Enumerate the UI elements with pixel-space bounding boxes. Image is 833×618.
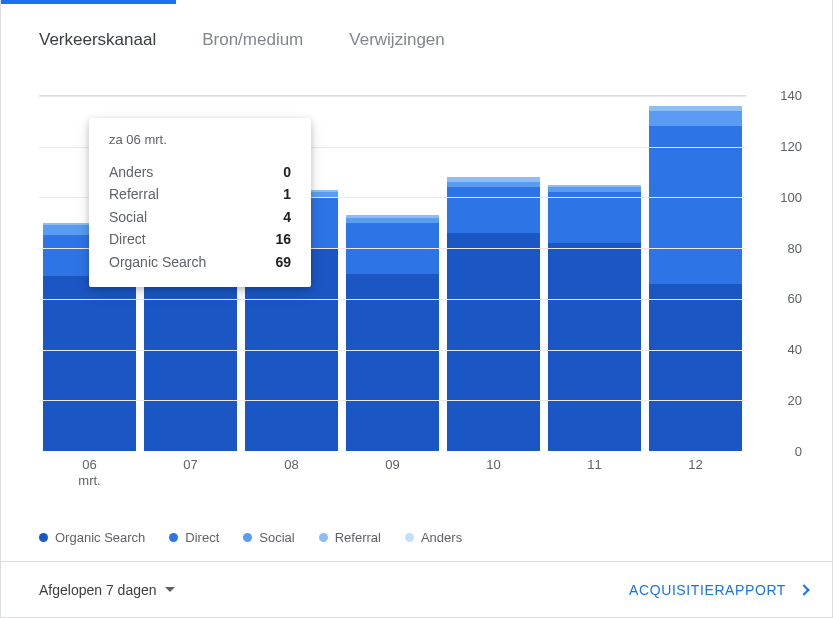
legend-item: Direct bbox=[169, 530, 219, 545]
x-tick: 06 mrt. bbox=[78, 457, 100, 490]
x-tick: 11 bbox=[587, 457, 601, 473]
chevron-right-icon bbox=[798, 584, 809, 595]
bar-column[interactable] bbox=[447, 96, 540, 451]
tooltip-value: 69 bbox=[267, 251, 291, 273]
report-link-label: ACQUISITIERAPPORT bbox=[629, 582, 786, 598]
legend-item: Referral bbox=[319, 530, 381, 545]
bar-column[interactable] bbox=[649, 96, 742, 451]
legend-label: Direct bbox=[185, 530, 219, 545]
tooltip-row: Organic Search69 bbox=[109, 251, 291, 273]
tooltip-row: Anders0 bbox=[109, 161, 291, 183]
report-link[interactable]: ACQUISITIERAPPORT bbox=[629, 582, 808, 598]
tooltip-value: 16 bbox=[267, 228, 291, 250]
bar-segment bbox=[346, 274, 439, 452]
bar-segment bbox=[548, 185, 641, 188]
x-tick: 07 bbox=[183, 457, 197, 473]
legend-swatch bbox=[169, 533, 178, 542]
bar-column[interactable] bbox=[548, 96, 641, 451]
y-tick: 0 bbox=[750, 444, 802, 459]
chart-tooltip: za 06 mrt. Anders0 Referral1 Social4 Dir… bbox=[89, 118, 311, 287]
y-tick: 40 bbox=[750, 342, 802, 357]
tooltip-label: Organic Search bbox=[109, 251, 206, 273]
legend-label: Organic Search bbox=[55, 530, 145, 545]
card-footer: Afgelopen 7 dagen ACQUISITIERAPPORT bbox=[1, 561, 832, 617]
bar-segment bbox=[649, 284, 742, 451]
tooltip-row: Social4 bbox=[109, 206, 291, 228]
tooltip-row: Referral1 bbox=[109, 183, 291, 205]
active-tab-indicator bbox=[1, 0, 176, 4]
bar-segment bbox=[43, 276, 136, 451]
bar-segment bbox=[447, 177, 540, 182]
legend-label: Referral bbox=[335, 530, 381, 545]
legend-item: Organic Search bbox=[39, 530, 145, 545]
bar-segment bbox=[548, 187, 641, 192]
y-tick: 120 bbox=[750, 138, 802, 153]
x-tick: 08 bbox=[284, 457, 298, 473]
bar-segment bbox=[649, 106, 742, 111]
x-tick: 12 bbox=[688, 457, 702, 473]
gridline bbox=[39, 96, 746, 97]
bar-segment bbox=[649, 111, 742, 126]
tabs: Verkeerskanaal Bron/medium Verwijzingen bbox=[1, 0, 832, 70]
tooltip-label: Social bbox=[109, 206, 147, 228]
tooltip-title: za 06 mrt. bbox=[109, 132, 291, 147]
legend-swatch bbox=[243, 533, 252, 542]
gridline bbox=[39, 400, 746, 401]
legend-item: Social bbox=[243, 530, 294, 545]
bar-segment bbox=[144, 279, 237, 451]
legend-swatch bbox=[319, 533, 328, 542]
legend-swatch bbox=[39, 533, 48, 542]
tab-verwijzingen[interactable]: Verwijzingen bbox=[349, 30, 444, 50]
y-tick: 60 bbox=[750, 291, 802, 306]
tab-verkeerskanaal[interactable]: Verkeerskanaal bbox=[39, 30, 156, 50]
y-tick: 80 bbox=[750, 240, 802, 255]
date-range-label: Afgelopen 7 dagen bbox=[39, 582, 157, 598]
x-axis: 06 mrt.070809101112 bbox=[39, 451, 746, 489]
caret-down-icon bbox=[165, 587, 175, 592]
bar-segment bbox=[346, 218, 439, 223]
date-range-selector[interactable]: Afgelopen 7 dagen bbox=[39, 582, 175, 598]
bar-segment bbox=[548, 192, 641, 243]
gridline bbox=[39, 350, 746, 351]
y-tick: 140 bbox=[750, 88, 802, 103]
analytics-card: Verkeerskanaal Bron/medium Verwijzingen … bbox=[0, 0, 833, 618]
tab-bron-medium[interactable]: Bron/medium bbox=[202, 30, 303, 50]
legend-swatch bbox=[405, 533, 414, 542]
x-tick: 09 bbox=[385, 457, 399, 473]
bar-segment bbox=[447, 187, 540, 233]
tooltip-row: Direct16 bbox=[109, 228, 291, 250]
bar-segment bbox=[346, 215, 439, 218]
bar-segment bbox=[447, 182, 540, 187]
legend-item: Anders bbox=[405, 530, 462, 545]
chart-legend: Organic Search Direct Social Referral An… bbox=[39, 530, 802, 545]
tooltip-label: Direct bbox=[109, 228, 146, 250]
legend-label: Social bbox=[259, 530, 294, 545]
bar-column[interactable] bbox=[346, 96, 439, 451]
x-tick: 10 bbox=[486, 457, 500, 473]
legend-label: Anders bbox=[421, 530, 462, 545]
tooltip-value: 1 bbox=[267, 183, 291, 205]
bar-segment bbox=[447, 233, 540, 451]
y-tick: 20 bbox=[750, 393, 802, 408]
y-axis: 020406080100120140 bbox=[750, 95, 802, 451]
gridline bbox=[39, 299, 746, 300]
tooltip-label: Anders bbox=[109, 161, 153, 183]
bar-segment bbox=[649, 126, 742, 283]
y-tick: 100 bbox=[750, 189, 802, 204]
bar-segment bbox=[548, 243, 641, 451]
tooltip-value: 4 bbox=[267, 206, 291, 228]
tooltip-value: 0 bbox=[267, 161, 291, 183]
tooltip-label: Referral bbox=[109, 183, 159, 205]
